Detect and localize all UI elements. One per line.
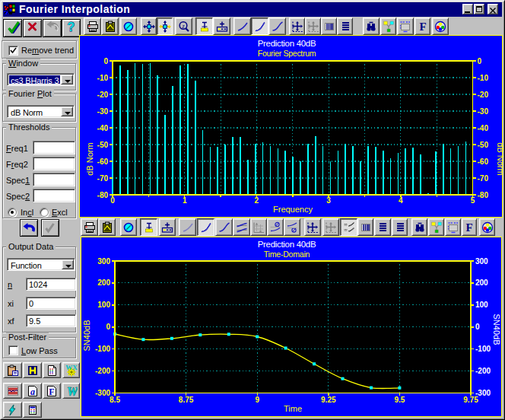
svg-text:WX: WX	[65, 364, 78, 371]
svg-text:300: 300	[97, 257, 110, 266]
svg-text:-40: -40	[478, 124, 489, 132]
svg-text:-30: -30	[478, 107, 489, 116]
svg-text:?: ?	[67, 21, 75, 33]
svg-text:-80: -80	[478, 191, 489, 199]
svg-text:3: 3	[326, 196, 331, 205]
svg-text:Frequency: Frequency	[273, 205, 313, 214]
svg-text:-200: -200	[475, 367, 491, 375]
svg-text:9.25: 9.25	[321, 396, 336, 404]
svg-text:9.5: 9.5	[394, 396, 405, 404]
svg-text:8.75: 8.75	[179, 396, 194, 404]
svg-text:z: z	[181, 22, 185, 29]
svg-text:-70: -70	[478, 174, 489, 183]
svg-text:0: 0	[110, 196, 115, 205]
svg-text:Fourier Spectrum: Fourier Spectrum	[258, 49, 316, 58]
svg-text:100: 100	[97, 301, 110, 309]
svg-text:5: 5	[471, 196, 475, 205]
svg-text:-20: -20	[478, 91, 489, 99]
svg-text:9.75: 9.75	[463, 396, 478, 404]
svg-text:SN40dB: SN40dB	[492, 314, 501, 345]
svg-text:-100: -100	[475, 345, 491, 353]
svg-text:200: 200	[97, 278, 110, 287]
svg-text:9: 9	[255, 396, 259, 404]
svg-text:-20: -20	[97, 91, 109, 99]
svg-text:-30: -30	[97, 107, 109, 116]
svg-text:-40: -40	[97, 124, 109, 132]
svg-text:-70: -70	[97, 174, 109, 183]
svg-text:F: F	[419, 21, 426, 33]
svg-text:Time: Time	[284, 404, 302, 413]
svg-text:-200: -200	[95, 367, 110, 375]
svg-text:-10: -10	[97, 74, 109, 82]
svg-text:200: 200	[475, 278, 488, 287]
svg-text:-100: -100	[95, 345, 110, 353]
svg-text:Time-Domain: Time-Domain	[264, 250, 310, 259]
svg-text:-50: -50	[97, 141, 109, 149]
svg-text:W: W	[66, 385, 77, 397]
svg-text:a: a	[30, 386, 35, 396]
svg-text:-10: -10	[478, 74, 489, 82]
svg-text:Prediction 40dB: Prediction 40dB	[258, 240, 316, 249]
svg-text:-80: -80	[97, 191, 109, 199]
svg-text:-60: -60	[478, 158, 489, 166]
svg-text:-300: -300	[95, 389, 110, 397]
svg-text:2: 2	[255, 196, 259, 205]
svg-text:0: 0	[106, 323, 110, 331]
svg-text:-50: -50	[478, 141, 489, 149]
svg-text:0: 0	[478, 57, 482, 65]
svg-text:0: 0	[475, 323, 480, 331]
svg-text:1: 1	[183, 196, 187, 205]
svg-text:8.5: 8.5	[110, 396, 120, 404]
svg-text:F: F	[49, 386, 54, 396]
svg-text:100: 100	[475, 301, 488, 309]
svg-text:300: 300	[475, 257, 488, 266]
svg-text:SN40dB: SN40dB	[82, 320, 91, 352]
svg-text:dB Norm: dB Norm	[85, 142, 94, 175]
svg-text:4: 4	[399, 196, 403, 205]
svg-text:dB Norm: dB Norm	[496, 142, 503, 175]
svg-text:0: 0	[103, 57, 108, 65]
svg-text:F: F	[465, 221, 472, 234]
svg-text:Prediction 40dB: Prediction 40dB	[258, 39, 316, 48]
svg-text:-60: -60	[97, 158, 109, 166]
